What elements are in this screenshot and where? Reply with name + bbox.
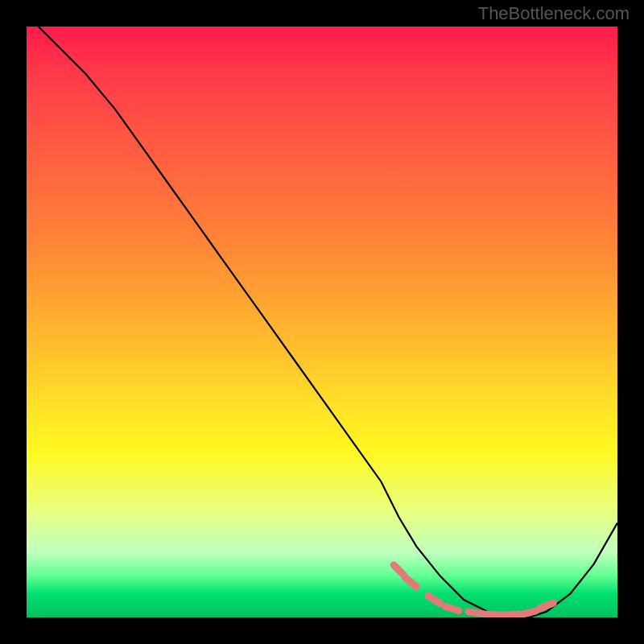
highlight-marker — [486, 614, 501, 615]
highlight-markers-group — [394, 565, 553, 615]
highlight-marker — [469, 612, 483, 614]
highlight-marker — [522, 611, 535, 614]
chart-svg-layer — [27, 27, 617, 617]
highlight-marker — [445, 606, 459, 610]
watermark-text: TheBottleneck.com — [478, 3, 630, 24]
chart-background-gradient — [27, 27, 617, 617]
bottleneck-curve-path — [39, 27, 617, 617]
highlight-marker — [504, 614, 518, 615]
highlight-marker — [394, 565, 404, 576]
highlight-marker — [540, 603, 554, 609]
highlight-marker — [405, 577, 416, 587]
highlight-marker — [428, 596, 440, 604]
